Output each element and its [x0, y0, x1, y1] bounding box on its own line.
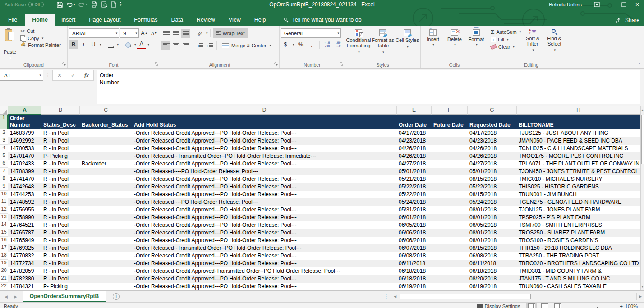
print-preview-button[interactable] — [100, 1, 109, 8]
cell-F11[interactable] — [432, 198, 468, 206]
row-header-4[interactable]: 4 — [0, 145, 8, 152]
cell-E19[interactable]: 06/11/2018 — [397, 260, 432, 267]
cell-C13[interactable] — [80, 214, 132, 221]
format-as-table-dropdown-icon[interactable]: ▾ — [382, 50, 384, 55]
row-header-1[interactable]: 1 — [0, 115, 8, 129]
row-header-14[interactable]: 14 — [0, 221, 8, 229]
cell-F21[interactable] — [432, 275, 468, 283]
cell-B4[interactable]: R - in Pool — [41, 145, 80, 152]
column-header-C[interactable]: C — [80, 106, 132, 115]
row-header-3[interactable]: 3 — [0, 137, 8, 145]
italic-button[interactable]: I — [79, 40, 88, 49]
format-as-table-button[interactable]: Format as Table▾ — [371, 28, 395, 55]
cell-E9[interactable]: 05/22/2018 — [397, 183, 432, 191]
cell-G2[interactable]: 04/17/2018 — [468, 129, 517, 137]
cell-E2[interactable]: 04/17/2018 — [397, 129, 432, 137]
column-header-H[interactable]: H — [517, 106, 640, 115]
row-header-7[interactable]: 7 — [0, 168, 8, 175]
ribbon-tab-view[interactable]: View — [222, 14, 248, 26]
cell-F20[interactable] — [432, 267, 468, 275]
scroll-up-icon[interactable]: ▲ — [641, 106, 644, 114]
cell-E6[interactable]: 04/27/2018 — [397, 160, 432, 168]
cell-A15[interactable]: 14765787 — [8, 229, 41, 237]
cell-G16[interactable]: 08/01/2018 — [468, 237, 517, 244]
clear-button[interactable]: Clear▾ — [491, 44, 521, 50]
column-header-B[interactable]: B — [41, 106, 80, 115]
cell-H3[interactable]: JMAN050 - PACE FEED & SEED INC DBA — [517, 137, 640, 145]
ribbon-tab-review[interactable]: Review — [190, 14, 222, 26]
cell-E15[interactable]: 06/06/2018 — [397, 229, 432, 237]
align-center-button[interactable] — [171, 41, 180, 50]
row-header-18[interactable]: 18 — [0, 252, 8, 260]
tell-me-box[interactable]: Tell me what you want to do — [284, 14, 361, 26]
cell-B18[interactable]: R - in Pool — [41, 252, 80, 260]
font-size-dropdown-icon[interactable]: ▾ — [133, 32, 137, 35]
cell-F16[interactable] — [432, 237, 468, 244]
delete-dropdown-icon[interactable]: ▾ — [454, 43, 456, 46]
insert-dropdown-icon[interactable]: ▾ — [432, 43, 434, 46]
collapse-ribbon-icon[interactable]: ⌃ — [638, 63, 641, 67]
cell-C15[interactable] — [80, 229, 132, 237]
bottom-align-button[interactable] — [181, 29, 190, 38]
cell-B8[interactable]: R - in Pool — [41, 175, 80, 183]
cell-G5[interactable]: 04/26/2018 — [468, 152, 517, 160]
borders-dropdown-icon[interactable]: ▾ — [117, 43, 119, 46]
cell-F22[interactable] — [432, 283, 468, 290]
cell-C17[interactable] — [80, 244, 132, 252]
cell-B3[interactable]: R - in Pool — [41, 137, 80, 145]
column-header-A[interactable]: A — [8, 106, 41, 115]
number-format-dropdown-icon[interactable]: ▾ — [335, 32, 339, 35]
font-size-select[interactable]: 9▾ — [120, 28, 139, 38]
cell-C21[interactable] — [80, 275, 132, 283]
cell-D13[interactable]: -Order Released-Credit Approved---PO Hol… — [132, 214, 397, 221]
cell-H7[interactable]: TJON450 - JONES TERMITE & PEST CONTROL — [517, 168, 640, 175]
cell-B11[interactable]: R - in Pool — [41, 198, 80, 206]
middle-align-button[interactable] — [171, 29, 180, 38]
cell-F18[interactable] — [432, 252, 468, 260]
user-name[interactable]: Belinda Rollins — [549, 2, 582, 7]
cell-E20[interactable]: 06/18/2018 — [397, 267, 432, 275]
borders-button[interactable] — [106, 40, 115, 49]
customize-qat-button[interactable]: ▾ — [119, 2, 123, 7]
clipboard-dialog-launcher[interactable] — [62, 61, 66, 67]
cell-E10[interactable]: 05/22/2018 — [397, 191, 432, 198]
cell-G10[interactable]: 08/15/2018 — [468, 191, 517, 198]
percent-style-button[interactable]: % — [296, 40, 305, 49]
cell-D2[interactable]: -Order Released-Credit Approved---PO Hol… — [132, 129, 397, 137]
cell-C6[interactable]: Backorder — [80, 160, 132, 168]
conditional-formatting-button[interactable]: Conditional Formatting▾ — [346, 28, 371, 55]
autosum-dropdown-icon[interactable]: ▾ — [520, 30, 521, 34]
cell-H10[interactable]: TBUN001 - JIM BUNCH — [517, 191, 640, 198]
row-header-15[interactable]: 15 — [0, 229, 8, 237]
cell-D19[interactable]: -Order Released-Credit Approved---PO Hol… — [132, 260, 397, 267]
cell-C9[interactable] — [80, 183, 132, 191]
cell-G6[interactable]: 04/27/2018 — [468, 160, 517, 168]
bold-button[interactable]: B — [69, 40, 78, 49]
decrease-decimal-button[interactable]: .00→.0 — [334, 40, 343, 49]
ribbon-tab-insert[interactable]: Insert — [55, 14, 82, 26]
redo-dropdown-icon[interactable]: ▾ — [86, 3, 87, 6]
cell-B22[interactable]: P- Picking — [41, 283, 80, 290]
cell-A21[interactable]: 14782380 — [8, 275, 41, 283]
sheet-tab-OpenOrdersSummaryRptB[interactable]: OpenOrdersSummaryRptB — [23, 291, 106, 302]
cell-D20[interactable]: -Order Released-Credit Approved-Transmit… — [132, 267, 397, 275]
cell-A11[interactable]: 14748592 — [8, 198, 41, 206]
wrap-text-button[interactable]: Wrap Text — [213, 28, 248, 38]
cell-G12[interactable]: 08/01/2018 — [468, 206, 517, 214]
cell-G1[interactable]: Requested Date — [468, 115, 517, 129]
cell-H2[interactable]: TJUS125 - JUST ABOUT ANYTHING — [517, 129, 640, 137]
cell-F2[interactable] — [432, 129, 468, 137]
format-cells-button[interactable]: Format▾ — [465, 28, 487, 46]
alignment-dialog-launcher[interactable] — [274, 61, 278, 67]
cell-E11[interactable]: 05/24/2018 — [397, 198, 432, 206]
cell-F14[interactable] — [432, 221, 468, 229]
row-header-13[interactable]: 13 — [0, 214, 8, 221]
format-dropdown-icon[interactable]: ▾ — [476, 43, 478, 46]
cell-A5[interactable]: 14701470 — [8, 152, 41, 160]
copy-dropdown-icon[interactable]: ▾ — [42, 37, 44, 40]
undo-dropdown-icon[interactable]: ▾ — [74, 3, 75, 6]
horizontal-scrollbar[interactable]: ◀ ▶ — [391, 291, 644, 302]
cell-H19[interactable]: TBRO020 - BROTHERS LANDSCAPING CO LTD — [517, 260, 640, 267]
cell-G4[interactable]: 04/26/2018 — [468, 145, 517, 152]
cell-A12[interactable]: 14756955 — [8, 206, 41, 214]
